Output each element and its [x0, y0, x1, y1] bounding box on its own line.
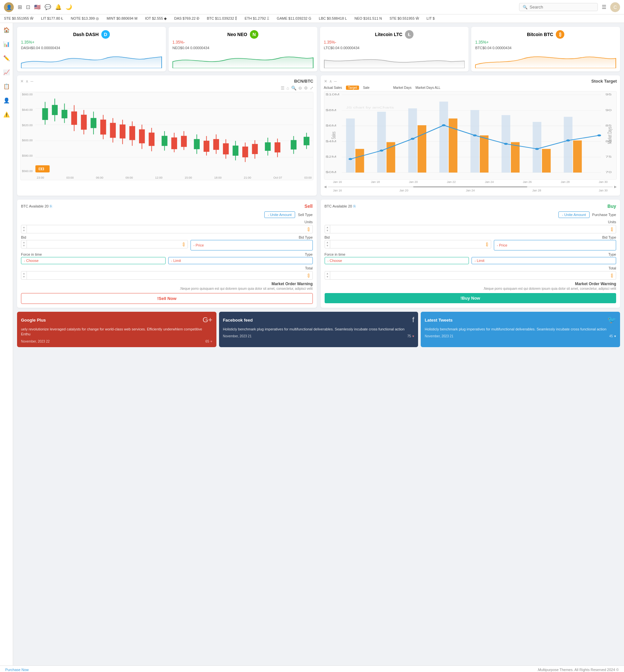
btc-icon2: ₿ — [180, 240, 187, 248]
scroll-x-label: Jan 30 — [599, 189, 607, 192]
ltc-icon: Ł — [405, 30, 414, 39]
crop-icon[interactable]: ⊡ — [26, 4, 30, 10]
svg-rect-46 — [204, 141, 209, 152]
grid-icon[interactable]: ⊞ — [18, 4, 22, 10]
units-spinner2[interactable]: ▲ ▼ — [325, 225, 331, 233]
units-spinner[interactable]: ▲ ▼ — [21, 225, 27, 233]
copy-icon[interactable]: ⎘ — [50, 204, 52, 208]
close-icon[interactable]: ✕ — [324, 79, 327, 84]
sell-choose-button[interactable]: - Choose — [21, 257, 165, 264]
ticker-item: ETH $1.2792 Ξ — [244, 17, 269, 20]
x-label: Jan 20 — [409, 180, 418, 184]
facebook-title: Facebook feed — [223, 318, 253, 323]
copy-icon[interactable]: ⎘ — [354, 204, 356, 208]
buy-limit-button[interactable]: - Limit — [471, 257, 616, 264]
minus-icon[interactable]: ─ — [30, 79, 33, 84]
fullscreen-tool-icon[interactable]: ⤢ — [310, 85, 313, 90]
avatar[interactable]: 👤 — [4, 2, 14, 12]
btc-icon4: ₿ — [608, 225, 616, 233]
sell-unite-amount-button[interactable]: - Unite Amount — [264, 211, 295, 218]
svg-rect-34 — [120, 125, 125, 138]
sidebar-chart-icon[interactable]: 📈 — [2, 68, 11, 77]
spinner-up[interactable]: ▲ — [23, 226, 25, 229]
sidebar-list-icon[interactable]: 📋 — [2, 82, 11, 91]
spinner-down[interactable]: ▼ — [326, 244, 329, 247]
spinner-down[interactable]: ▼ — [23, 229, 25, 233]
sell-total-input[interactable]: 00 — [27, 272, 305, 279]
total-spinner2[interactable]: ▲ ▼ — [325, 271, 331, 279]
sidebar-dashboard-icon[interactable]: 📊 — [2, 40, 11, 49]
crypto-cards: Dash DASH D 1.35%+ DASH$0.04 0.00000434 — [17, 27, 620, 72]
zoom-in-tool-icon[interactable]: 🔍 — [291, 85, 296, 90]
purchase-now-link[interactable]: Purchase Now — [5, 668, 29, 672]
spinner-down[interactable]: ▼ — [23, 275, 25, 279]
scroll-left-icon[interactable]: ◀ — [324, 185, 327, 188]
buy-unite-amount-button[interactable]: - Unite Amount — [558, 211, 590, 218]
settings-tool-icon[interactable]: ⚙ — [304, 85, 308, 90]
bell-icon[interactable]: 🔔 — [55, 4, 62, 10]
ticker-item: MINT $0.880694 M — [107, 17, 137, 20]
sidebar-home-icon[interactable]: 🏠 — [2, 26, 11, 34]
spinner-up[interactable]: ▲ — [23, 241, 25, 244]
user-avatar[interactable]: C — [610, 2, 620, 12]
sidebar-user-icon[interactable]: 👤 — [2, 96, 11, 105]
scroll-right-icon[interactable]: ▶ — [614, 185, 617, 188]
buy-total-input[interactable]: 00 — [330, 272, 608, 279]
header-left: 👤 ⊞ ⊡ 🇺🇸 💬 🔔 🌙 — [4, 2, 72, 12]
search-input[interactable] — [529, 5, 594, 9]
moon-icon[interactable]: 🌙 — [66, 4, 72, 10]
twitter-footer: November, 2023 21 45 ♥ — [425, 334, 616, 338]
buy-price-button[interactable]: - Price — [494, 240, 616, 250]
minus-icon[interactable]: ─ — [334, 79, 337, 84]
sell-limit-button[interactable]: - Limit — [168, 257, 313, 264]
sell-bid-row: ▲ ▼ 00 ₿ - Price — [21, 240, 313, 250]
sidebar-alert-icon[interactable]: ⚠️ — [2, 110, 11, 119]
flag-icon[interactable]: 🇺🇸 — [34, 4, 41, 10]
zoom-out-tool-icon[interactable]: ⊖ — [298, 85, 302, 90]
chevron-up-icon[interactable]: ∧ — [26, 79, 28, 84]
total-spinner[interactable]: ▲ ▼ — [21, 271, 27, 279]
home-tool-icon[interactable]: ⌂ — [287, 85, 289, 90]
bid-spinner[interactable]: ▲ ▼ — [21, 240, 27, 248]
heart-icon[interactable]: ♥ — [210, 340, 212, 343]
close-icon[interactable]: ✕ — [20, 79, 24, 84]
chat-icon[interactable]: 💬 — [45, 4, 51, 10]
dash-change: 1.35%+ — [21, 40, 162, 45]
sell-now-button[interactable]: !Sell Now — [21, 293, 313, 304]
ticker-item: STE $0.551955 Ŵ — [4, 17, 33, 20]
spinner-up[interactable]: ▲ — [23, 272, 25, 275]
ticker-item: DAS $769.22 Đ — [174, 17, 199, 20]
bid-spinner2[interactable]: ▲ ▼ — [325, 240, 331, 248]
sell-units-input[interactable]: 00 — [27, 225, 305, 233]
buy-bid-input[interactable]: 00 — [330, 241, 483, 248]
buy-bid-labels: Bid Bid Type — [324, 235, 617, 239]
buy-units-input[interactable]: 00 — [330, 225, 608, 233]
spinner-down[interactable]: ▼ — [326, 275, 329, 279]
menu-tool-icon[interactable]: ☰ — [281, 85, 285, 90]
heart-icon[interactable]: ♥ — [412, 334, 414, 338]
legend-market-days: Market Days — [393, 86, 412, 89]
facebook-likes: 75 ♥ — [407, 334, 414, 338]
bcn-panel-header: ✕ ∧ ─ BCN/BTC — [20, 79, 313, 84]
chevron-up-icon[interactable]: ∧ — [329, 79, 332, 84]
spinner-up[interactable]: ▲ — [326, 241, 329, 244]
buy-choose-button[interactable]: - Choose — [324, 257, 469, 264]
buy-unite-row: - Unite Amount Purchase Type — [324, 211, 617, 218]
spinner-down[interactable]: ▼ — [326, 229, 329, 233]
sell-bid-input[interactable]: 00 — [27, 241, 180, 248]
svg-rect-36 — [130, 126, 135, 140]
spinner-down[interactable]: ▼ — [23, 244, 25, 247]
spinner-up[interactable]: ▲ — [326, 272, 329, 275]
sell-price-button[interactable]: - Price — [190, 240, 313, 250]
svg-rect-85 — [448, 118, 458, 172]
ltc-name: Litecoin LTC — [375, 32, 403, 37]
heart-icon[interactable]: ♥ — [614, 334, 616, 338]
sidebar-edit-icon[interactable]: ✏️ — [2, 54, 11, 63]
btc-icon: ₿ — [556, 30, 564, 39]
spinner-up[interactable]: ▲ — [326, 226, 329, 229]
buy-bid-type-label: Bid Type — [602, 235, 616, 239]
hamburger-icon[interactable]: ☰ — [602, 4, 606, 10]
dash-price: DASH$0.04 0.00000434 — [21, 46, 162, 50]
svg-text:Sales: Sales — [331, 131, 337, 139]
buy-now-button[interactable]: !Buy Now — [324, 293, 617, 303]
